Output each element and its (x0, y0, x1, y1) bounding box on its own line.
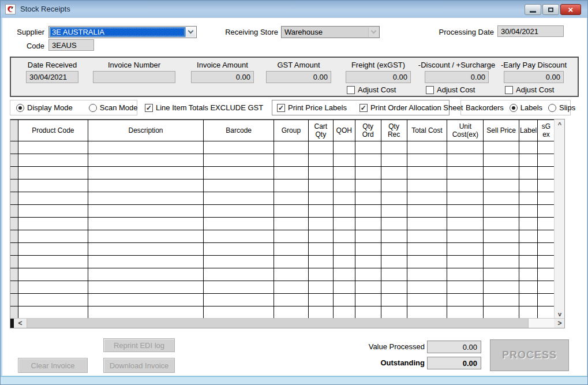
grid-cell[interactable] (381, 243, 407, 255)
grid-cell[interactable] (355, 294, 381, 306)
row-header-cell[interactable] (10, 256, 18, 268)
grid-cell[interactable] (204, 243, 274, 255)
row-header-cell[interactable] (10, 268, 18, 281)
grid-cell[interactable] (407, 180, 448, 192)
grid-cell[interactable] (18, 218, 88, 230)
column-header-qoh[interactable]: QOH (334, 120, 355, 141)
grid-cell[interactable] (381, 230, 407, 242)
grid-cell[interactable] (519, 256, 538, 268)
grid-cell[interactable] (18, 141, 88, 154)
maximize-button[interactable] (542, 4, 559, 15)
grid-cell[interactable] (519, 141, 538, 154)
backorders-labels-radio[interactable]: Labels (510, 103, 542, 112)
date-received-field[interactable]: 30/04/2021 (26, 71, 78, 83)
grid-cell[interactable] (484, 180, 519, 192)
scroll-left-button[interactable]: < (14, 319, 27, 328)
grid-cell[interactable] (484, 230, 519, 242)
grid-cell[interactable] (309, 205, 334, 217)
grid-cell[interactable] (447, 268, 484, 281)
grid-cell[interactable] (519, 268, 538, 281)
grid-row[interactable] (10, 218, 555, 230)
grid-cell[interactable] (88, 306, 204, 319)
grid-cell[interactable] (334, 167, 355, 179)
grid-cell[interactable] (204, 281, 274, 293)
row-header-cell[interactable] (10, 167, 18, 179)
grid-cell[interactable] (447, 306, 484, 319)
grid-cell[interactable] (274, 230, 309, 242)
grid-cell[interactable] (381, 218, 407, 230)
column-header-sell-price[interactable]: Sell Price (484, 120, 519, 141)
grid-cell[interactable] (274, 294, 309, 306)
receiving-store-combobox[interactable]: Warehouse (281, 26, 380, 38)
grid-cell[interactable] (88, 230, 204, 242)
grid-cell[interactable] (538, 243, 555, 255)
row-header-cell[interactable] (10, 205, 18, 217)
gst-amount-field[interactable]: 0.00 (266, 71, 331, 83)
grid-cell[interactable] (381, 306, 407, 319)
row-header-cell[interactable] (10, 306, 18, 319)
close-button[interactable]: × (560, 4, 581, 15)
grid-cell[interactable] (204, 294, 274, 306)
column-header-label[interactable]: Label (519, 120, 538, 141)
grid-cell[interactable] (519, 294, 538, 306)
grid-cell[interactable] (18, 192, 88, 204)
grid-cell[interactable] (519, 192, 538, 204)
grid-cell[interactable] (407, 230, 448, 242)
grid-cell[interactable] (334, 141, 355, 154)
print-order-allocation-checkbox[interactable]: ✓ Print Order Allocation Sheet (359, 103, 463, 112)
grid-cell[interactable] (447, 256, 484, 268)
grid-cell[interactable] (355, 281, 381, 293)
column-header-group[interactable]: Group (274, 120, 309, 141)
grid-cell[interactable] (274, 218, 309, 230)
grid-cell[interactable] (204, 154, 274, 166)
checkbox-unchecked-icon[interactable] (347, 86, 355, 94)
row-header-cell[interactable] (10, 281, 18, 293)
grid-cell[interactable] (274, 167, 309, 179)
early-pay-adjust-cost-option[interactable]: Adjust Cost (505, 85, 554, 94)
grid-cell[interactable] (334, 256, 355, 268)
grid-cell[interactable] (447, 154, 484, 166)
grid-cell[interactable] (519, 306, 538, 319)
grid-cell[interactable] (447, 192, 484, 204)
grid-cell[interactable] (334, 205, 355, 217)
grid-cell[interactable] (309, 268, 334, 281)
grid-cell[interactable] (407, 306, 448, 319)
column-header-gst-ex-clipped[interactable]: sG ex (538, 120, 555, 141)
grid-cell[interactable] (484, 192, 519, 204)
grid-cell[interactable] (18, 268, 88, 281)
grid-cell[interactable] (538, 256, 555, 268)
supplier-dropdown-button[interactable] (185, 27, 196, 37)
row-header-cell[interactable] (10, 243, 18, 255)
scroll-up-button[interactable]: ^ (555, 119, 565, 129)
grid-cell[interactable] (381, 192, 407, 204)
grid-cell[interactable] (538, 230, 555, 242)
grid-cell[interactable] (204, 230, 274, 242)
grid-cell[interactable] (519, 230, 538, 242)
grid-cell[interactable] (88, 268, 204, 281)
grid-cell[interactable] (204, 268, 274, 281)
grid-cell[interactable] (88, 154, 204, 166)
grid-cell[interactable] (274, 306, 309, 319)
grid-cell[interactable] (407, 294, 448, 306)
grid-cell[interactable] (484, 218, 519, 230)
grid-row[interactable] (10, 306, 555, 319)
grid-cell[interactable] (538, 154, 555, 166)
supplier-combobox[interactable]: 3E AUSTRALIA (48, 26, 197, 38)
grid-cell[interactable] (18, 180, 88, 192)
grid-cell[interactable] (88, 141, 204, 154)
grid-cell[interactable] (484, 281, 519, 293)
column-header-barcode[interactable]: Barcode (204, 120, 274, 141)
grid-cell[interactable] (88, 180, 204, 192)
download-invoice-button[interactable]: Download Invoice (103, 358, 175, 373)
discount-adjust-cost-option[interactable]: Adjust Cost (426, 85, 475, 94)
grid-cell[interactable] (538, 281, 555, 293)
grid-cell[interactable] (538, 218, 555, 230)
grid-cell[interactable] (355, 205, 381, 217)
column-header-unit-cost[interactable]: Unit Cost(ex) (447, 120, 484, 141)
supplier-code-field[interactable]: 3EAUS (48, 39, 94, 51)
grid-cell[interactable] (381, 294, 407, 306)
grid-cell[interactable] (447, 141, 484, 154)
grid-cell[interactable] (274, 268, 309, 281)
grid-row[interactable] (10, 205, 555, 218)
grid-cell[interactable] (88, 281, 204, 293)
